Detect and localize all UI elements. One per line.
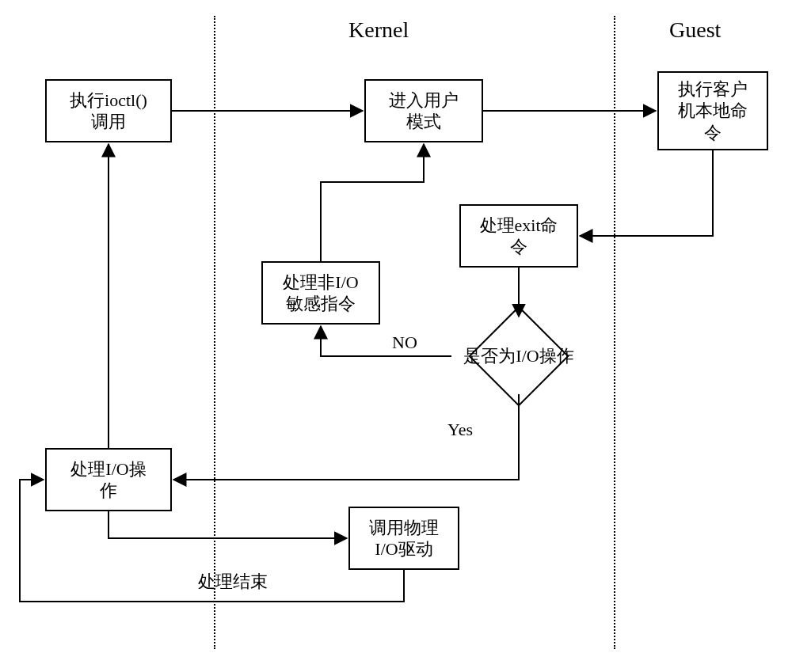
region-label-guest: Guest	[669, 17, 721, 43]
node-handle-io-label: 处理I/O操作	[70, 458, 146, 502]
region-label-kernel: Kernel	[348, 17, 409, 43]
node-decision: 是否为I/O操作	[440, 309, 598, 404]
node-enter-user: 进入用户模式	[364, 79, 483, 142]
edge-label-no: NO	[392, 332, 417, 353]
node-ioctl-label: 执行ioctl()调用	[70, 89, 147, 133]
node-handle-exit-label: 处理exit命令	[480, 215, 558, 258]
node-handle-io: 处理I/O操作	[45, 448, 172, 511]
node-phys-driver: 调用物理I/O驱动	[348, 507, 459, 570]
node-exec-guest: 执行客户机本地命令	[657, 71, 768, 150]
node-ioctl: 执行ioctl()调用	[45, 79, 172, 142]
node-exec-guest-label: 执行客户机本地命令	[678, 78, 748, 144]
edge-label-done: 处理结束	[198, 570, 268, 594]
edge-label-yes: Yes	[447, 420, 473, 440]
flowchart-canvas: Kernel Guest 执行ioctl()调用 进入用户模式 执行客户机本地命…	[0, 0, 792, 672]
node-non-io: 处理非I/O敏感指令	[261, 261, 380, 325]
node-decision-label: 是否为I/O操作	[463, 344, 573, 368]
swimlane-divider-2	[614, 16, 615, 649]
node-phys-driver-label: 调用物理I/O驱动	[369, 517, 439, 560]
swimlane-divider-1	[214, 16, 215, 649]
node-handle-exit: 处理exit命令	[459, 204, 578, 268]
node-non-io-label: 处理非I/O敏感指令	[283, 271, 358, 315]
node-enter-user-label: 进入用户模式	[389, 89, 459, 133]
